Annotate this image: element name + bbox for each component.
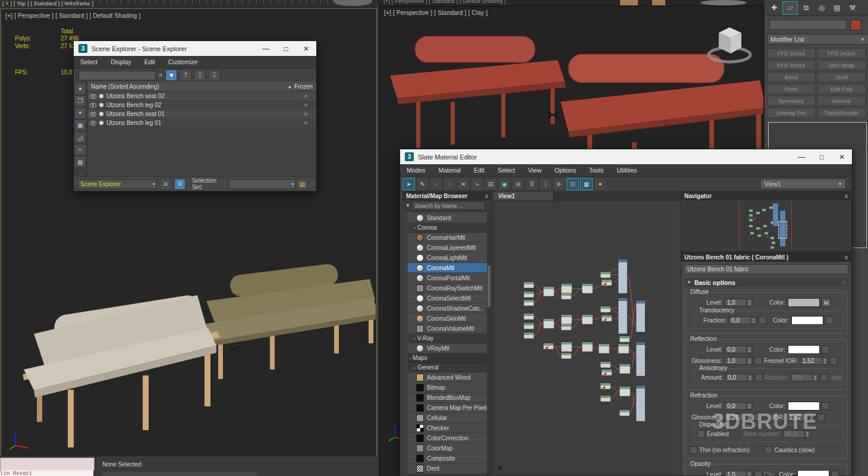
modifier-button-turbosmooth[interactable]: TurboSmooth (817, 108, 866, 118)
scene-explorer-titlebar[interactable]: 3 Scene Explorer - Scene Explorer — □ ✕ (74, 41, 316, 56)
refraction-color-map-slot[interactable] (822, 402, 829, 410)
browser-item-coronaportalmtl[interactable]: CoronaPortalMtl (408, 273, 487, 283)
menu-item-view[interactable]: View (521, 167, 548, 174)
clear-search-icon[interactable]: ✕ (158, 72, 163, 79)
reflection-color-swatch[interactable] (788, 345, 820, 354)
thin-refraction-checkbox[interactable] (690, 446, 697, 454)
close-icon[interactable]: x (845, 254, 848, 261)
diffuse-map-button[interactable]: M (822, 298, 831, 307)
hierarchy-mode-icon[interactable]: ⌸ (174, 178, 185, 190)
node-graph-viewport[interactable]: ⚉ (493, 200, 682, 475)
browser-item-bitmap[interactable]: Bitmap (408, 383, 487, 393)
basic-options-rollout[interactable]: ▼ Basic options ⁝⁝ (684, 278, 848, 287)
menu-item-edit[interactable]: Edit (467, 167, 491, 174)
maxscript-listener-line[interactable]: lin Associ (0, 470, 93, 476)
modifier-button-skin-wrap[interactable]: Skin Wrap (817, 60, 866, 70)
scrollbar-thumb[interactable] (488, 265, 490, 307)
materials-icon[interactable]: ▦ (74, 156, 86, 168)
slate-titlebar[interactable]: 3 Slate Material Editor — □ ✕ (400, 149, 852, 164)
menu-item-select[interactable]: Select (74, 58, 104, 65)
scene-object-row[interactable]: Utzons Bench seat 02❄ (87, 92, 316, 101)
translucency-fraction-spinner[interactable]: 0,0▲▼ (729, 317, 757, 324)
menu-item-select[interactable]: Select (491, 167, 521, 174)
cameras-icon[interactable]: ▣ (74, 120, 86, 131)
view-selector-dropdown[interactable]: View1 ▼ (760, 178, 846, 189)
display-all-icon[interactable]: ● (74, 83, 86, 95)
diffuse-color-swatch[interactable] (788, 298, 820, 307)
browser-group-vray[interactable]: - V-Ray (408, 334, 487, 343)
close-icon[interactable]: ✕ (296, 45, 316, 53)
frozen-icon[interactable]: ❄ (303, 111, 308, 117)
caustics-checkbox[interactable] (765, 446, 772, 454)
display-tab-icon[interactable]: ▤ (830, 2, 844, 14)
anisotropy-amount-spinner[interactable]: 0,0▲▼ (725, 374, 753, 381)
close-icon[interactable]: x (485, 193, 488, 199)
visibility-eye-icon[interactable] (90, 121, 96, 126)
layers-icon[interactable]: ≋ (160, 178, 171, 190)
translucency-color-map-slot[interactable] (825, 317, 833, 324)
viewcube[interactable] (706, 21, 753, 67)
viewport-label[interactable]: [+] [ Perspective ] [ Standard ] [ Defau… (5, 12, 140, 19)
browser-scrollbar[interactable] (487, 213, 491, 475)
menu-item-options[interactable]: Options (548, 167, 583, 174)
browser-item-coronarayswitchmtl[interactable]: CoronaRaySwitchMtl (408, 283, 487, 293)
reflection-level-spinner[interactable]: 0,0▲▼ (725, 346, 753, 353)
scene-object-row[interactable]: Utzons Bench leg 02❄ (87, 101, 316, 109)
opacity-color-swatch[interactable] (797, 470, 829, 476)
refraction-ior-map-slot[interactable] (817, 414, 825, 421)
browser-item-cellular[interactable]: Cellular (408, 413, 487, 423)
browser-item-coronamtl[interactable]: CoronaMtl (408, 263, 487, 273)
fresnel-ior-map-slot[interactable] (830, 357, 838, 365)
create-tab-icon[interactable]: ✚ (767, 2, 781, 14)
translucency-color-swatch[interactable] (791, 316, 823, 325)
modify-tab-icon[interactable]: ▱ (782, 1, 798, 15)
render-map-icon[interactable]: ✦ (594, 178, 606, 190)
browser-item-blendedboxmap[interactable]: BlendedBoxMap (408, 393, 487, 403)
put-material-to-scene-icon[interactable]: ◖ (430, 178, 442, 190)
browser-item-coronashadowcatc-[interactable]: CoronaShadowCatc.. (408, 303, 487, 314)
browser-group-maps[interactable]: - Maps (408, 353, 487, 363)
browser-item-colormap[interactable]: ColorMap (408, 443, 487, 453)
menu-item-edit[interactable]: Edit (138, 58, 162, 65)
scene-object-row[interactable]: Utzons Bench seat 01❄ (87, 109, 316, 118)
browser-item-coronalightmtl[interactable]: CoronaLightMtl (408, 253, 487, 263)
lock-icon[interactable]: ⍑ (180, 70, 191, 81)
close-icon[interactable]: ✕ (832, 153, 852, 161)
search-input[interactable] (78, 71, 156, 80)
object-name-field[interactable] (769, 20, 847, 30)
selection-dot-icon[interactable] (99, 112, 103, 116)
anisotropy-rotation-map-slot[interactable] (820, 374, 828, 381)
helpers-icon[interactable]: ◿ (74, 131, 86, 143)
align-icon[interactable]: ⊪ (553, 178, 565, 190)
browser-group-corona[interactable]: - Corona (408, 223, 487, 233)
modifier-button-ffd-4x4x4[interactable]: FFD 4x4x4 (767, 60, 816, 70)
diffuse-level-spinner[interactable]: 1,0▲▼ (725, 299, 753, 306)
selection-dot-icon[interactable] (99, 94, 103, 98)
browser-group-general[interactable]: - General (408, 363, 487, 372)
hierarchy-tab-icon[interactable]: ⧉ (799, 2, 813, 14)
material-map-browser-toggle-icon[interactable]: ☷ (567, 178, 579, 190)
spacewarps-icon[interactable]: ≈ (74, 144, 86, 156)
params-header[interactable]: Utzons Bench 01 fabric ( CoronaMtl ) x (681, 252, 851, 262)
browser-item-coronahairmtl[interactable]: CoronaHairMtl (408, 233, 487, 243)
hide-unused-nodeslots-icon[interactable]: ⊟ (485, 178, 497, 190)
modifier-list-dropdown[interactable]: Modifier List ▼ (767, 34, 868, 45)
delete-selected-icon[interactable]: ✕ (457, 178, 470, 190)
browser-item-standard[interactable]: Standard (408, 213, 487, 223)
show-shaded-material-icon[interactable]: ◉ (498, 178, 511, 190)
modifier-button-shell[interactable]: Shell (817, 72, 866, 82)
material-name-field[interactable]: Utzons Bench 01 fabric (684, 264, 848, 274)
frozen-icon[interactable]: ❄ (303, 120, 308, 126)
browser-item-coronaskinmtl[interactable]: CoronaSkinMtl (408, 314, 487, 324)
browser-item-colorcorrection[interactable]: ColorCorrection (408, 433, 487, 443)
selection-dot-icon[interactable] (99, 121, 103, 125)
modifier-button-normal[interactable]: Normal (817, 96, 866, 106)
translucency-fraction-map-slot[interactable] (759, 317, 766, 324)
menu-item-modes[interactable]: Modes (400, 167, 432, 174)
minimize-icon[interactable]: — (791, 153, 812, 161)
frozen-icon[interactable]: ❄ (303, 102, 308, 108)
pick-children-icon[interactable]: Ξ (208, 70, 220, 81)
modifier-button-ffd-2x2x2[interactable]: FFD 2x2x2 (767, 48, 816, 58)
browser-item-vraymtl[interactable]: VRayMtl (408, 343, 487, 353)
move-children-icon[interactable]: ⤷ (471, 178, 483, 190)
